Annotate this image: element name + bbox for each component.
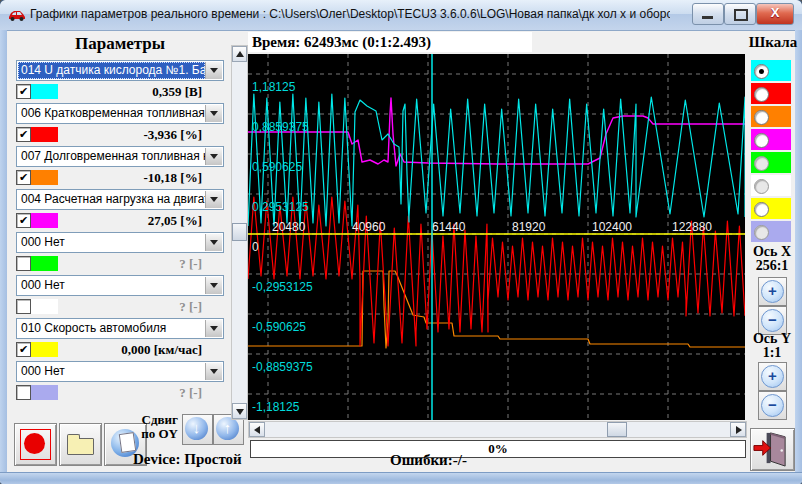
parameter-checkbox[interactable]	[16, 385, 31, 400]
parameter-select-value: 007 Долговременная топливная кор	[18, 148, 205, 165]
scroll-down-button[interactable]	[232, 403, 247, 419]
combo-dropdown-button[interactable]	[205, 148, 222, 165]
parameter-value: 0,359 [В]	[56, 84, 202, 100]
parameter-select-5[interactable]: 000 Нет	[16, 232, 224, 253]
svg-text:81920: 81920	[512, 220, 546, 234]
parameter-checkbox[interactable]	[16, 256, 31, 271]
parameter-row-2: ✔-3,936 [%]	[16, 127, 222, 142]
record-button[interactable]	[14, 423, 57, 466]
plus-icon: +	[761, 365, 784, 388]
parameter-select-8[interactable]: 000 Нет	[16, 361, 224, 382]
scale-swatch-2[interactable]	[751, 83, 791, 104]
scroll-right-button[interactable]	[730, 422, 746, 437]
parameter-value: ? [-]	[56, 256, 202, 272]
color-swatch	[31, 84, 58, 99]
scale-radio[interactable]	[754, 87, 769, 102]
scale-swatch-8[interactable]	[751, 221, 791, 242]
parameter-select-2[interactable]: 006 Кратковременная топливная ко	[16, 103, 224, 124]
svg-text:0: 0	[252, 240, 259, 254]
close-button[interactable]: X	[756, 3, 794, 25]
parameter-row-7: ✔0,000 [км/час]	[16, 342, 222, 357]
parameter-value: -3,936 [%]	[56, 127, 202, 143]
scale-swatch-6[interactable]	[751, 175, 791, 196]
arrow-down-icon: ↓	[185, 417, 208, 440]
scroll-up-button[interactable]	[232, 46, 247, 62]
color-swatch	[31, 385, 58, 400]
parameter-checkbox[interactable]: ✔	[16, 170, 31, 185]
parameter-row-3: ✔-10,18 [%]	[16, 170, 222, 185]
chart-horizontal-scrollbar[interactable]	[248, 421, 747, 438]
scale-radio[interactable]	[754, 202, 769, 217]
window-frame-bottom	[0, 472, 802, 484]
parameter-checkbox[interactable]: ✔	[16, 213, 31, 228]
minimize-icon	[702, 16, 713, 19]
parameter-value: 0,000 [км/час]	[56, 342, 202, 358]
combo-dropdown-button[interactable]	[205, 62, 222, 79]
scale-radio[interactable]	[754, 225, 769, 240]
parameter-select-value: 010 Скорость автомобиля	[18, 320, 205, 337]
parameter-select-4[interactable]: 004 Расчетная нагрузка на двигател	[16, 189, 224, 210]
color-swatch	[31, 256, 58, 271]
axis-y-label: Ось Y1:1	[745, 332, 799, 360]
parameter-checkbox[interactable]	[16, 299, 31, 314]
scroll-left-button[interactable]	[249, 422, 265, 437]
arrow-right-icon	[736, 426, 742, 434]
parameter-select-value: 004 Расчетная нагрузка на двигател	[18, 191, 205, 208]
chart-vertical-scrollbar[interactable]	[231, 45, 248, 420]
minimize-button[interactable]	[692, 3, 724, 25]
combo-dropdown-button[interactable]	[205, 320, 222, 337]
svg-text:122880: 122880	[672, 220, 712, 234]
parameter-row-6: ? [-]	[16, 299, 222, 314]
shift-down-button[interactable]: ↓	[182, 414, 213, 445]
scale-swatch-5[interactable]	[751, 152, 791, 173]
parameter-checkbox[interactable]: ✔	[16, 84, 31, 99]
zoom-y-out-button[interactable]: −	[758, 391, 787, 420]
parameter-row-4: ✔27,05 [%]	[16, 213, 222, 228]
chevron-down-icon	[210, 283, 218, 288]
combo-dropdown-button[interactable]	[205, 105, 222, 122]
arrow-down-icon	[236, 409, 244, 415]
parameter-checkbox[interactable]: ✔	[16, 127, 31, 142]
scale-swatch-4[interactable]	[751, 129, 791, 150]
scale-radio[interactable]	[754, 64, 769, 79]
scale-radio[interactable]	[754, 133, 769, 148]
color-swatch	[31, 127, 58, 142]
scale-radio[interactable]	[754, 179, 769, 194]
horizontal-scroll-thumb[interactable]	[607, 422, 627, 437]
parameter-select-1[interactable]: 014 U датчика кислорода №1. Банк	[16, 60, 224, 81]
chart-plot-area[interactable]: 204804096061440819201024001228801,181250…	[248, 54, 745, 420]
combo-dropdown-button[interactable]	[205, 234, 222, 251]
close-icon: X	[757, 5, 793, 20]
shift-oy-label: Сдвигпо OY	[128, 413, 178, 441]
parameter-select-value: 006 Кратковременная топливная ко	[18, 105, 205, 122]
parameter-checkbox[interactable]: ✔	[16, 342, 31, 357]
maximize-button[interactable]	[724, 3, 756, 25]
window-title: Графики параметров реального времени : C…	[30, 7, 670, 21]
scale-swatch-3[interactable]	[751, 106, 791, 127]
combo-dropdown-button[interactable]	[205, 191, 222, 208]
zoom-y-in-button[interactable]: +	[758, 362, 787, 391]
svg-text:102400: 102400	[592, 220, 632, 234]
svg-text:1,18125: 1,18125	[252, 80, 296, 94]
combo-dropdown-button[interactable]	[205, 277, 222, 294]
parameter-select-7[interactable]: 010 Скорость автомобиля	[16, 318, 224, 339]
exit-button[interactable]	[750, 428, 795, 471]
title-bar[interactable]: Графики параметров реального времени : C…	[0, 0, 802, 31]
zoom-x-in-button[interactable]: +	[758, 277, 787, 306]
scale-swatch-7[interactable]	[751, 198, 791, 219]
color-swatch	[31, 299, 58, 314]
scale-radio[interactable]	[754, 110, 769, 125]
parameter-select-6[interactable]: 000 Нет	[16, 275, 224, 296]
svg-text:-0,2953125: -0,2953125	[252, 280, 313, 294]
scale-radio[interactable]	[754, 156, 769, 171]
parameter-select-value: 000 Нет	[18, 234, 205, 251]
scale-swatch-1[interactable]	[751, 60, 791, 81]
radio-dot	[759, 69, 764, 74]
parameter-select-3[interactable]: 007 Долговременная топливная кор	[16, 146, 224, 167]
open-folder-button[interactable]	[59, 423, 102, 466]
combo-dropdown-button[interactable]	[205, 363, 222, 380]
record-icon	[20, 429, 51, 460]
chevron-down-icon	[210, 240, 218, 245]
color-swatch	[31, 213, 58, 228]
vertical-scroll-thumb[interactable]	[232, 223, 247, 241]
